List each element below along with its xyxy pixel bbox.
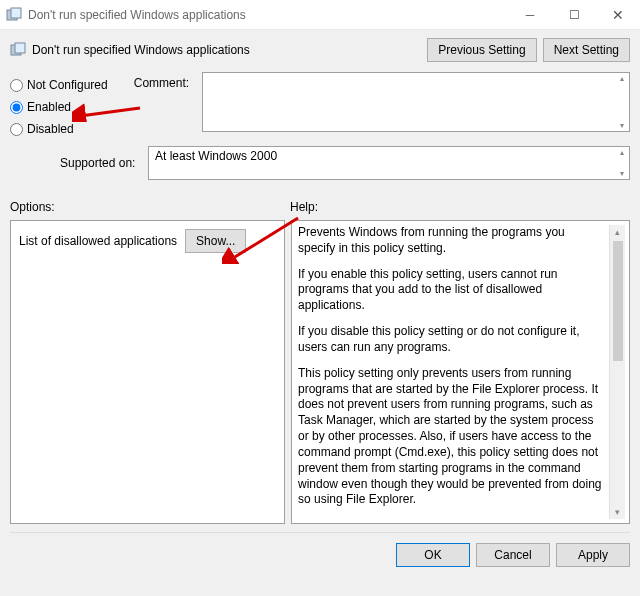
comment-textarea[interactable]: ▴ ▾ <box>202 72 630 132</box>
previous-setting-button[interactable]: Previous Setting <box>427 38 536 62</box>
show-button[interactable]: Show... <box>185 229 246 253</box>
app-icon <box>6 7 22 23</box>
help-paragraph: Note: Non-Microsoft applications with Wi… <box>298 518 605 519</box>
scroll-up-icon[interactable]: ▴ <box>620 148 624 157</box>
scroll-thumb[interactable] <box>613 241 623 361</box>
help-paragraph: Prevents Windows from running the progra… <box>298 225 605 257</box>
svg-rect-1 <box>11 8 21 18</box>
radio-input-not-configured[interactable] <box>10 79 23 92</box>
radio-label: Enabled <box>27 100 71 114</box>
scroll-down-icon[interactable]: ▾ <box>620 169 624 178</box>
dialog-footer: OK Cancel Apply <box>10 532 630 567</box>
scroll-down-icon[interactable]: ▾ <box>620 121 624 130</box>
radio-input-disabled[interactable] <box>10 123 23 136</box>
radio-input-enabled[interactable] <box>10 101 23 114</box>
dialog-body: Don't run specified Windows applications… <box>0 30 640 596</box>
help-text: Prevents Windows from running the progra… <box>298 225 609 519</box>
apply-button[interactable]: Apply <box>556 543 630 567</box>
scroll-up-icon[interactable]: ▴ <box>615 225 620 239</box>
supported-on-value: At least Windows 2000 <box>155 149 277 163</box>
setting-icon <box>10 42 26 58</box>
help-paragraph: If you enable this policy setting, users… <box>298 267 605 314</box>
minimize-button[interactable]: ─ <box>508 0 552 30</box>
radio-enabled[interactable]: Enabled <box>10 100 108 114</box>
help-panel: Prevents Windows from running the progra… <box>291 220 630 524</box>
help-scrollbar[interactable]: ▴ ▾ <box>609 225 625 519</box>
close-button[interactable]: ✕ <box>596 0 640 30</box>
help-paragraph: This policy setting only prevents users … <box>298 366 605 508</box>
title-bar: Don't run specified Windows applications… <box>0 0 640 30</box>
scrollbar[interactable]: ▴ ▾ <box>615 73 629 131</box>
window-title: Don't run specified Windows applications <box>28 8 246 22</box>
maximize-button[interactable]: ☐ <box>552 0 596 30</box>
radio-label: Not Configured <box>27 78 108 92</box>
help-paragraph: If you disable this policy setting or do… <box>298 324 605 356</box>
svg-rect-3 <box>15 43 25 53</box>
page-title: Don't run specified Windows applications <box>32 43 250 57</box>
scroll-up-icon[interactable]: ▴ <box>620 74 624 83</box>
radio-disabled[interactable]: Disabled <box>10 122 108 136</box>
supported-on-label: Supported on: <box>10 156 142 170</box>
scrollbar[interactable]: ▴ ▾ <box>615 147 629 179</box>
supported-on-value-box: At least Windows 2000 ▴ ▾ <box>148 146 630 180</box>
radio-label: Disabled <box>27 122 74 136</box>
scroll-down-icon[interactable]: ▾ <box>615 505 620 519</box>
options-panel: List of disallowed applications Show... <box>10 220 285 524</box>
comment-label: Comment: <box>134 72 196 136</box>
ok-button[interactable]: OK <box>396 543 470 567</box>
cancel-button[interactable]: Cancel <box>476 543 550 567</box>
next-setting-button[interactable]: Next Setting <box>543 38 630 62</box>
disallowed-list-label: List of disallowed applications <box>19 234 177 248</box>
options-header: Options: <box>10 200 290 214</box>
help-header: Help: <box>290 200 318 214</box>
radio-not-configured[interactable]: Not Configured <box>10 78 108 92</box>
